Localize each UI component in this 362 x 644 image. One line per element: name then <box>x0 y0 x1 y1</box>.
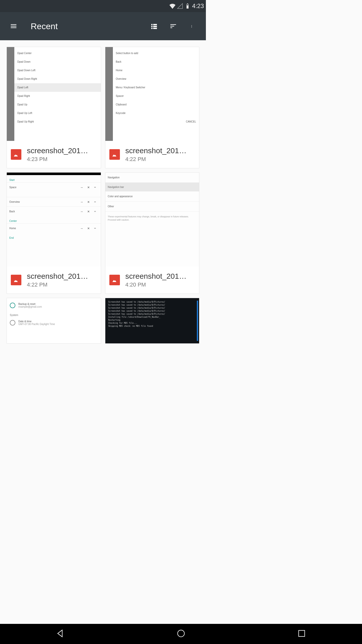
file-time: 4:22 PM <box>125 156 188 163</box>
file-card[interactable]: Navigation Navigation bar Color and appe… <box>105 172 200 294</box>
image-icon <box>109 275 120 285</box>
hamburger-icon <box>10 22 17 30</box>
sort-icon <box>169 22 177 30</box>
file-time: 4:22 PM <box>27 281 90 288</box>
svg-point-3 <box>191 27 192 28</box>
action-bar: Recent <box>0 12 206 40</box>
sort-button[interactable] <box>167 20 179 32</box>
file-card[interactable]: Select button to add Back Home Overview … <box>105 47 200 168</box>
overflow-button[interactable] <box>186 20 198 32</box>
file-thumbnail: Backup & resetexample@gmail.com System D… <box>7 298 101 343</box>
svg-point-2 <box>191 26 192 27</box>
cell-signal-icon <box>177 3 183 9</box>
page-title: Recent <box>31 21 145 31</box>
file-thumbnail: Dpad Center Dpad Down Dpad Down Left Dpa… <box>7 47 101 141</box>
svg-rect-0 <box>187 4 188 5</box>
status-bar: 4:23 <box>0 0 206 12</box>
file-thumbnail: Select button to add Back Home Overview … <box>105 47 199 141</box>
image-icon <box>11 275 21 285</box>
file-thumbnail: Navigation Navigation bar Color and appe… <box>105 173 199 266</box>
list-view-icon <box>150 22 158 30</box>
view-list-button[interactable] <box>148 20 160 32</box>
image-icon <box>109 149 120 160</box>
file-thumbnail: Start Space↔✕＝ Overview↔✕＝ Back↔✕＝ Cente… <box>7 173 101 266</box>
file-name: screenshot_201… <box>27 146 90 155</box>
file-card[interactable]: Backup & resetexample@gmail.com System D… <box>7 298 101 344</box>
menu-button[interactable] <box>8 20 20 32</box>
battery-icon <box>185 3 191 9</box>
file-card[interactable]: Start Space↔✕＝ Overview↔✕＝ Back↔✕＝ Cente… <box>7 172 101 294</box>
file-time: 4:20 PM <box>125 281 188 288</box>
wifi-icon <box>169 3 175 9</box>
file-card[interactable]: Screenshot has saved to /data/media/0/Pi… <box>105 298 200 344</box>
image-icon <box>11 149 21 160</box>
file-grid: Dpad Center Dpad Down Dpad Down Left Dpa… <box>0 40 206 350</box>
status-time: 4:23 <box>192 3 204 10</box>
more-vert-icon <box>191 22 193 30</box>
file-thumbnail: Screenshot has saved to /data/media/0/Pi… <box>105 298 199 343</box>
file-time: 4:23 PM <box>27 156 90 163</box>
file-card[interactable]: Dpad Center Dpad Down Dpad Down Left Dpa… <box>7 47 101 168</box>
file-name: screenshot_201… <box>125 146 188 155</box>
file-name: screenshot_201… <box>27 272 90 280</box>
svg-point-1 <box>191 25 192 26</box>
file-name: screenshot_201… <box>125 272 188 280</box>
